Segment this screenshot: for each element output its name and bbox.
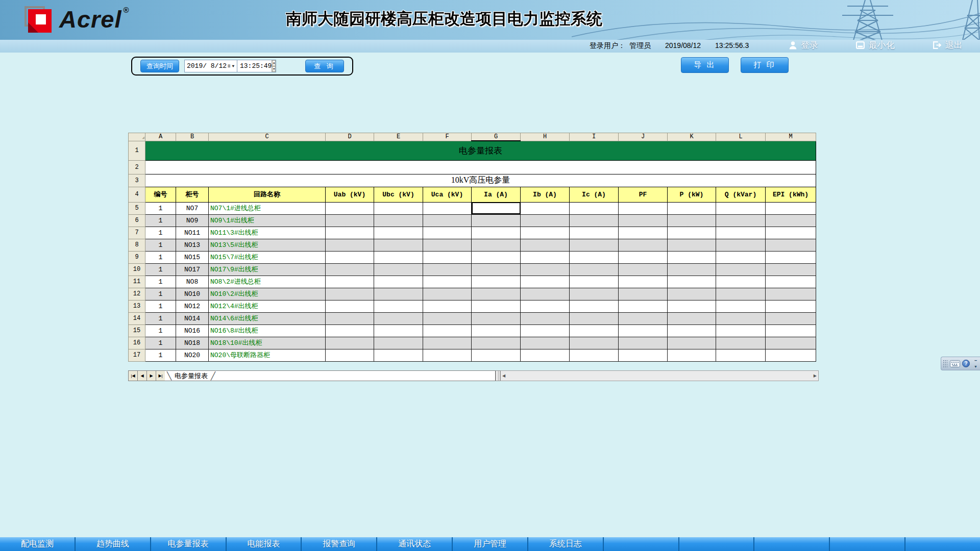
cell-empty[interactable]	[570, 324, 619, 337]
cell-empty[interactable]	[619, 263, 668, 276]
field-header-1[interactable]: 柜号	[176, 187, 209, 202]
cell-empty[interactable]	[374, 349, 423, 361]
field-header-2[interactable]: 回路名称	[209, 187, 326, 202]
cell-empty[interactable]	[374, 324, 423, 337]
cell-empty[interactable]	[472, 239, 521, 251]
field-header-5[interactable]: Uca (kV)	[423, 187, 472, 202]
cell-empty[interactable]	[716, 300, 766, 312]
cell-empty[interactable]	[766, 349, 816, 361]
spinner-up-button[interactable]: ▲	[272, 60, 276, 66]
row-header-7[interactable]: 7	[129, 227, 145, 239]
cell-no[interactable]: 1	[145, 337, 176, 349]
cell-empty[interactable]	[521, 214, 570, 227]
cell-empty[interactable]	[619, 276, 668, 288]
row-header-11[interactable]: 11	[129, 276, 145, 288]
cell-empty[interactable]	[374, 276, 423, 288]
cell-empty[interactable]	[423, 202, 472, 214]
field-header-9[interactable]: PF	[619, 187, 668, 202]
column-header-A[interactable]: A	[145, 133, 176, 141]
field-header-4[interactable]: Ubc (kV)	[374, 187, 423, 202]
cell-empty[interactable]	[619, 239, 668, 251]
cell-circuit[interactable]: NO11\3#出线柜	[209, 227, 326, 239]
column-header-I[interactable]: I	[570, 133, 619, 141]
date-field[interactable]: 2019/ 8/12 ≣ ▼	[185, 60, 237, 72]
cell-empty[interactable]	[521, 239, 570, 251]
field-header-6[interactable]: Ia (A)	[472, 187, 521, 202]
row-header-15[interactable]: 15	[129, 324, 145, 337]
cell-empty[interactable]	[766, 276, 816, 288]
cell-empty[interactable]	[570, 349, 619, 361]
nav-item-8[interactable]: 系统日志	[528, 537, 604, 551]
last-sheet-button[interactable]: ▶|	[156, 370, 165, 381]
cell-empty[interactable]	[766, 202, 816, 214]
cell-circuit[interactable]: NO14\6#出线柜	[209, 312, 326, 324]
cell-empty[interactable]	[326, 202, 374, 214]
cell-empty[interactable]	[326, 263, 374, 276]
cell-no[interactable]: 1	[145, 324, 176, 337]
cell-circuit[interactable]: NO18\10#出线柜	[209, 337, 326, 349]
cell-empty[interactable]	[716, 202, 766, 214]
cell-empty[interactable]	[472, 288, 521, 300]
cell-empty[interactable]	[472, 214, 521, 227]
scroll-right-arrow-icon[interactable]: ▶	[814, 373, 817, 378]
cell-no[interactable]: 1	[145, 263, 176, 276]
cell-empty[interactable]	[374, 288, 423, 300]
cell-no[interactable]: 1	[145, 349, 176, 361]
cell-empty[interactable]	[570, 288, 619, 300]
nav-item-4[interactable]: 电能报表	[227, 537, 302, 551]
row-header-4[interactable]: 4	[129, 187, 145, 202]
cell-no[interactable]: 1	[145, 239, 176, 251]
column-header-B[interactable]: B	[176, 133, 209, 141]
cell-empty[interactable]	[570, 214, 619, 227]
cell-empty[interactable]	[423, 337, 472, 349]
langbar-minimize-button[interactable]: ━	[973, 359, 978, 363]
field-header-11[interactable]: Q (kVar)	[716, 187, 766, 202]
cell-empty[interactable]	[619, 202, 668, 214]
cell-empty[interactable]	[374, 337, 423, 349]
langbar-drag-handle[interactable]	[943, 360, 948, 368]
nav-item-3[interactable]: 电参量报表	[151, 537, 227, 551]
cell-empty[interactable]	[668, 263, 716, 276]
cell-circuit[interactable]: NO8\2#进线总柜	[209, 276, 326, 288]
langbar-options-button[interactable]: ▼	[973, 364, 978, 369]
cell-empty[interactable]	[423, 227, 472, 239]
row-header-12[interactable]: 12	[129, 288, 145, 300]
column-header-J[interactable]: J	[619, 133, 668, 141]
prev-sheet-button[interactable]: ◀	[137, 370, 146, 381]
column-header-F[interactable]: F	[423, 133, 472, 141]
cell-empty[interactable]	[326, 276, 374, 288]
cell-empty[interactable]	[472, 251, 521, 263]
cell-empty[interactable]	[374, 251, 423, 263]
cell-cabinet[interactable]: NO16	[176, 324, 209, 337]
cell-cabinet[interactable]: NO7	[176, 202, 209, 214]
cell-empty[interactable]	[374, 214, 423, 227]
field-header-3[interactable]: Uab (kV)	[326, 187, 374, 202]
cell-empty[interactable]	[668, 337, 716, 349]
cell-cabinet[interactable]: NO9	[176, 214, 209, 227]
cell-empty[interactable]	[326, 337, 374, 349]
next-sheet-button[interactable]: ▶	[146, 370, 156, 381]
field-header-10[interactable]: P (kW)	[668, 187, 716, 202]
row-header-10[interactable]: 10	[129, 263, 145, 276]
cell-no[interactable]: 1	[145, 312, 176, 324]
field-header-0[interactable]: 编号	[145, 187, 176, 202]
cell-empty[interactable]	[619, 214, 668, 227]
cell-empty[interactable]	[423, 214, 472, 227]
cell-empty[interactable]	[619, 312, 668, 324]
cell-empty[interactable]	[716, 251, 766, 263]
cell-empty[interactable]	[668, 312, 716, 324]
cell-empty[interactable]	[716, 227, 766, 239]
nav-item-1[interactable]: 配电监测	[0, 537, 76, 551]
cell-empty[interactable]	[423, 251, 472, 263]
cell-empty[interactable]	[423, 288, 472, 300]
cell-empty[interactable]	[668, 288, 716, 300]
cell-empty[interactable]	[423, 349, 472, 361]
cell-empty[interactable]	[326, 251, 374, 263]
cell-empty[interactable]	[521, 276, 570, 288]
column-header-M[interactable]: M	[766, 133, 816, 141]
cell-no[interactable]: 1	[145, 251, 176, 263]
cell-empty[interactable]	[668, 227, 716, 239]
cell-empty[interactable]	[521, 288, 570, 300]
cell-empty[interactable]	[472, 263, 521, 276]
cell-empty[interactable]	[472, 312, 521, 324]
